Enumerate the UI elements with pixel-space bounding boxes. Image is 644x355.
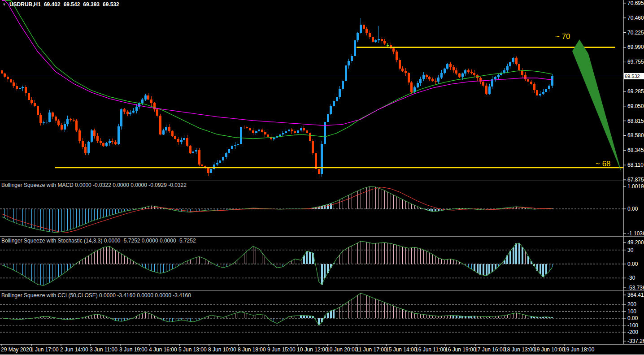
- close-value: 69.532: [103, 1, 119, 8]
- stochastic-pane-surface[interactable]: [0, 237, 623, 290]
- symbol-bar: ▼ USDRUB,H1 69.402 69.542 69.393 69.532: [2, 1, 119, 8]
- indicator-stochastic-header[interactable]: Bollinger Squeeze with Stochastic (14,3,…: [1, 238, 196, 244]
- open-value: 69.402: [44, 1, 61, 8]
- macd-pane-surface[interactable]: [0, 181, 623, 236]
- indicator-macd-header[interactable]: Bollinger Squeeze with MACD 0.0000 -0.03…: [1, 182, 187, 188]
- chart-canvas[interactable]: 70.69570.46070.22569.99069.75569.28569.0…: [0, 0, 644, 355]
- low-value: 69.393: [83, 1, 100, 8]
- resistance-level-label[interactable]: ~ 70: [555, 32, 570, 41]
- symbol-title: USDRUB,H1: [9, 1, 41, 8]
- price-axis-surface[interactable]: [624, 0, 644, 344]
- cci-pane-surface[interactable]: [0, 291, 623, 344]
- current-price-badge: 69.532: [624, 73, 644, 79]
- main-chart-pane[interactable]: [0, 0, 623, 181]
- indicator-cci-header[interactable]: Bollinger Squeeze with CCI (50,CLOSE) 0.…: [1, 292, 191, 299]
- chart-dropdown-icon[interactable]: ▼: [2, 2, 6, 7]
- chart-window: 70.69570.46070.22569.99069.75569.28569.0…: [0, 0, 644, 355]
- high-value: 69.542: [64, 1, 80, 8]
- time-axis-surface[interactable]: [0, 345, 644, 355]
- support-level-label[interactable]: ~ 68: [596, 160, 611, 169]
